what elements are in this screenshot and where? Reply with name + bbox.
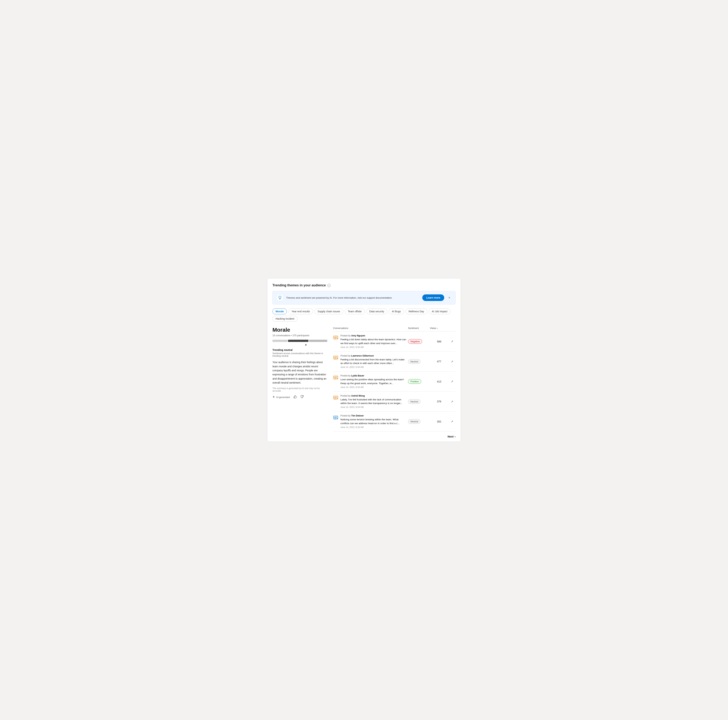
col-sentiment: Sentiment bbox=[408, 327, 430, 330]
learn-more-button[interactable]: Learn more bbox=[422, 294, 444, 301]
thumbs-up-button[interactable] bbox=[294, 395, 297, 399]
bar-negative bbox=[272, 340, 288, 342]
tab-team-offsite[interactable]: Team offsite bbox=[345, 309, 365, 314]
trend-icon-2[interactable]: ↗ bbox=[451, 380, 453, 383]
trend-cell-0: ↗ bbox=[448, 340, 456, 343]
trend-icon-4[interactable]: ↗ bbox=[451, 420, 453, 423]
tab-supply-chain-issues[interactable]: Supply chain issues bbox=[315, 309, 343, 314]
tab-morale[interactable]: Morale bbox=[272, 309, 287, 314]
sentiment-cell-3: Neutral bbox=[408, 399, 430, 404]
conv-main-1: Posted by Lawrence Gilbertson Feeling a … bbox=[333, 355, 408, 368]
posted-by-2: Posted by Lydia Bauer bbox=[340, 375, 406, 377]
trend-icon-1[interactable]: ↗ bbox=[451, 360, 453, 363]
ai-lightbulb-icon bbox=[276, 294, 284, 301]
trend-cell-2: ↗ bbox=[448, 380, 456, 383]
tab-ai-bugs[interactable]: AI Bugs bbox=[388, 309, 404, 314]
tabs-row: MoraleYear end resultsSupply chain issue… bbox=[272, 309, 456, 322]
next-button[interactable]: Next › bbox=[448, 435, 456, 438]
posted-by-1: Posted by Lawrence Gilbertson bbox=[340, 355, 406, 357]
svg-rect-8 bbox=[333, 376, 338, 379]
ai-generated-badge: AI-generated bbox=[272, 396, 290, 399]
conv-text-4: Noticing some tension brewing within the… bbox=[340, 418, 406, 425]
trend-cell-4: ↗ bbox=[448, 420, 456, 423]
tab-data-security[interactable]: Data security bbox=[366, 309, 387, 314]
conv-body-1: Posted by Lawrence Gilbertson Feeling a … bbox=[340, 355, 406, 368]
sentiment-badge-1: Neutral bbox=[408, 359, 421, 364]
views-cell-2: 413 bbox=[430, 380, 448, 383]
sentiment-bar bbox=[272, 340, 327, 342]
table-row: Posted by Astrid Wong Lately, I've felt … bbox=[333, 391, 456, 412]
conv-text-0: Feeling a bit down lately about the team… bbox=[340, 338, 406, 345]
sentiment-cell-2: Positive bbox=[408, 379, 430, 384]
trending-label: Trending neutral bbox=[272, 349, 327, 352]
table-row: Posted by Amy Nguyen Feeling a bit down … bbox=[333, 332, 456, 352]
theme-title: Morale bbox=[272, 327, 327, 333]
views-cell-3: 376 bbox=[430, 400, 448, 403]
conv-body-4: Posted by Tim Deboer Noticing some tensi… bbox=[340, 414, 406, 428]
posted-by-4: Posted by Tim Deboer bbox=[340, 414, 406, 417]
conv-text-1: Feeling a bit disconnected from the team… bbox=[340, 358, 406, 365]
svg-rect-12 bbox=[333, 396, 338, 399]
tab-hacking-incident[interactable]: Hacking incident bbox=[272, 316, 297, 322]
sentiment-badge-2: Positive bbox=[408, 379, 421, 384]
conv-date-1: June 14, 2023, 9:34 AM bbox=[340, 366, 406, 368]
conv-main-4: Posted by Tim Deboer Noticing some tensi… bbox=[333, 414, 408, 428]
chat-icon-3 bbox=[333, 395, 338, 401]
chat-icon-1 bbox=[333, 355, 338, 360]
views-cell-0: 589 bbox=[430, 340, 448, 343]
trend-cell-3: ↗ bbox=[448, 400, 456, 403]
conv-body-2: Posted by Lydia Bauer Love seeing the po… bbox=[340, 375, 406, 388]
conversations-list: Posted by Amy Nguyen Feeling a bit down … bbox=[333, 332, 456, 432]
conv-body-0: Posted by Amy Nguyen Feeling a bit down … bbox=[340, 335, 406, 349]
ai-banner: Themes and sentiment are powered by AI. … bbox=[272, 291, 456, 304]
col-conversations: Conversations bbox=[333, 327, 408, 330]
chat-icon-4 bbox=[333, 415, 338, 420]
sentiment-cell-4: Neutral bbox=[408, 419, 430, 424]
tab-year-end-results[interactable]: Year end results bbox=[288, 309, 313, 314]
tab-ai-job-impact[interactable]: AI Job Impact bbox=[429, 309, 451, 314]
trend-icon-0[interactable]: ↗ bbox=[451, 340, 453, 343]
table-row: Posted by Lawrence Gilbertson Feeling a … bbox=[333, 352, 456, 372]
table-row: Posted by Lydia Bauer Love seeing the po… bbox=[333, 371, 456, 391]
col-actions bbox=[448, 327, 456, 330]
posted-by-0: Posted by Amy Nguyen bbox=[340, 335, 406, 337]
theme-description: Your audience is sharing their feelings … bbox=[272, 360, 327, 385]
info-icon[interactable]: i bbox=[327, 284, 330, 287]
table-row: Posted by Tim Deboer Noticing some tensi… bbox=[333, 411, 456, 432]
ai-disclaimer: The summary is generated by AI and may n… bbox=[272, 387, 327, 392]
tab-wellness-day[interactable]: Wellness Day bbox=[405, 309, 427, 314]
page-title-row: Trending themes in your audience i bbox=[272, 283, 456, 287]
trend-icon-3[interactable]: ↗ bbox=[451, 400, 453, 403]
trending-sub: Sentiment across conversations with this… bbox=[272, 352, 327, 357]
bar-positive bbox=[309, 340, 327, 342]
close-banner-button[interactable]: × bbox=[447, 295, 452, 300]
svg-rect-0 bbox=[333, 336, 338, 339]
sentiment-cell-0: Negative bbox=[408, 339, 430, 344]
sort-down-icon[interactable]: ↓ bbox=[437, 327, 438, 330]
conv-date-3: June 14, 2023, 9:34 AM bbox=[340, 406, 406, 408]
conv-body-3: Posted by Astrid Wong Lately, I've felt … bbox=[340, 394, 406, 409]
thumbs-down-button[interactable] bbox=[300, 395, 304, 399]
bar-neutral bbox=[288, 340, 309, 342]
conv-text-2: Love seeing the positive vibes spreading… bbox=[340, 378, 406, 385]
trend-cell-1: ↗ bbox=[448, 360, 456, 363]
ai-footer: AI-generated bbox=[272, 395, 327, 399]
chat-icon-0 bbox=[333, 335, 338, 340]
table-header: Conversations Sentiment Views ↓ bbox=[333, 327, 456, 332]
sentiment-cell-1: Neutral bbox=[408, 359, 430, 364]
posted-by-3: Posted by Astrid Wong bbox=[340, 394, 406, 397]
col-views: Views ↓ bbox=[430, 327, 448, 330]
page-title: Trending themes in your audience bbox=[272, 283, 326, 287]
sentiment-badge-0: Negative bbox=[408, 339, 422, 344]
left-panel: Morale 15 conversations • 275 participan… bbox=[272, 327, 327, 399]
sentiment-badge-4: Neutral bbox=[408, 419, 421, 424]
views-cell-1: 477 bbox=[430, 360, 448, 363]
conv-date-0: June 14, 2023, 9:34 AM bbox=[340, 346, 406, 349]
banner-text: Themes and sentiment are powered by AI. … bbox=[286, 297, 420, 299]
conv-date-4: June 14, 2023, 9:34 AM bbox=[340, 426, 406, 428]
svg-rect-4 bbox=[333, 356, 338, 359]
conv-text-3: Lately, I've felt frustrated with the la… bbox=[340, 398, 406, 405]
svg-rect-16 bbox=[333, 416, 338, 419]
chevron-right-icon: › bbox=[455, 435, 456, 438]
conv-main-2: Posted by Lydia Bauer Love seeing the po… bbox=[333, 375, 408, 388]
